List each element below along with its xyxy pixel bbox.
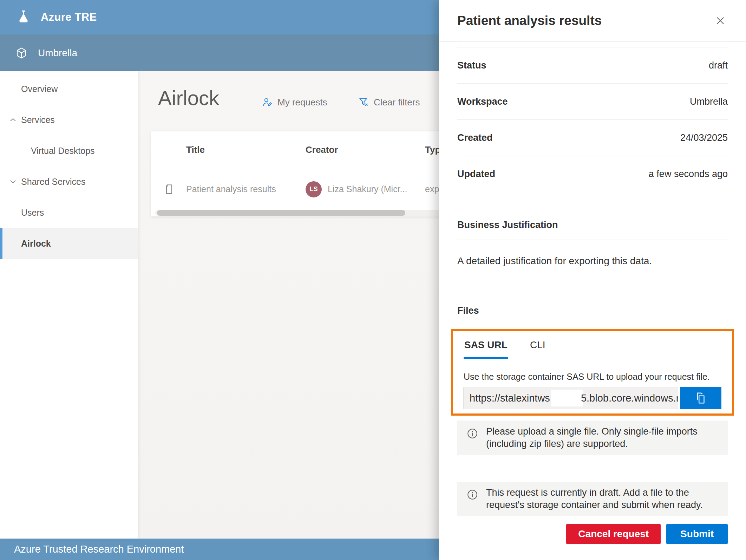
- field-label: Status: [457, 60, 486, 71]
- sas-url-instruction: Use the storage container SAS URL to upl…: [464, 372, 721, 382]
- updated-value: a few seconds ago: [649, 169, 728, 180]
- field-label: Created: [457, 132, 493, 143]
- sidebar-item-services[interactable]: Services: [0, 104, 138, 135]
- app-screen: Azure TRE Umbrella Overview Services Vir…: [0, 0, 746, 560]
- sidebar-item-overview[interactable]: Overview: [0, 73, 138, 104]
- tab-sas-url[interactable]: SAS URL: [464, 339, 508, 353]
- request-details-panel: Patient analysis results Status draft Wo…: [439, 0, 746, 560]
- cube-icon: [15, 46, 28, 60]
- panel-header: Patient analysis results: [439, 0, 746, 41]
- submit-button[interactable]: Submit: [666, 524, 728, 544]
- field-workspace: Workspace Umbrella: [457, 84, 728, 120]
- copy-icon: [694, 391, 707, 405]
- sidebar-item-label: Virtual Desktops: [31, 146, 95, 156]
- sidebar-item-users[interactable]: Users: [0, 197, 138, 228]
- person-edit-icon: [262, 97, 273, 108]
- redacted-region: [551, 390, 583, 406]
- status-value: draft: [709, 60, 728, 71]
- sidebar-item-shared-services[interactable]: Shared Services: [0, 166, 138, 197]
- chevron-down-icon[interactable]: [8, 177, 18, 186]
- field-status: Status draft: [457, 47, 728, 84]
- info-message-text: Please upload a single file. Only single…: [486, 425, 719, 450]
- creator-name: Liza Shakury (Micr...: [328, 184, 407, 194]
- scrollbar-thumb[interactable]: [157, 210, 405, 216]
- field-label: Updated: [457, 169, 495, 180]
- filter-clear-icon: [358, 97, 369, 108]
- sidebar-item-label: Overview: [21, 84, 58, 94]
- tab-cli[interactable]: CLI: [530, 339, 545, 353]
- column-header-creator[interactable]: Creator: [306, 144, 425, 155]
- field-created: Created 24/03/2025: [457, 120, 728, 156]
- field-updated: Updated a few seconds ago: [457, 156, 728, 192]
- clear-filters-label: Clear filters: [374, 97, 420, 108]
- clear-filters-button[interactable]: Clear filters: [358, 97, 420, 108]
- sidebar-item-label: Shared Services: [21, 177, 85, 187]
- sas-url-prefix: https://stalexintws: [470, 392, 550, 404]
- sidebar-divider: [0, 314, 138, 314]
- cancel-request-button[interactable]: Cancel request: [566, 524, 661, 544]
- info-message-upload: Please upload a single file. Only single…: [457, 421, 728, 455]
- copy-button[interactable]: [680, 387, 721, 409]
- flask-icon: [15, 9, 32, 25]
- sidebar-item-airlock[interactable]: Airlock: [0, 228, 138, 259]
- sidebar-item-virtual-desktops[interactable]: Virtual Desktops: [0, 135, 138, 166]
- info-icon: [466, 489, 478, 511]
- app-title: Azure TRE: [41, 11, 97, 24]
- sidebar-item-label: Users: [21, 208, 44, 218]
- sas-url-suffix: 5.blob.core.windows.net/0...: [581, 392, 678, 404]
- info-message-text: This request is currently in draft. Add …: [486, 487, 719, 511]
- business-justification-heading: Business Justification: [457, 220, 728, 230]
- info-icon: [466, 428, 478, 450]
- creator-cell: LS Liza Shakury (Micr...: [306, 181, 425, 197]
- sidebar-item-label: Airlock: [21, 239, 51, 249]
- files-tabs: SAS URL CLI: [464, 339, 721, 353]
- sidebar-nav: Overview Services Virtual Desktops Share…: [0, 71, 138, 539]
- request-fields: Status draft Workspace Umbrella Created …: [457, 47, 728, 192]
- field-label: Workspace: [457, 96, 508, 107]
- sidebar-item-label: Services: [21, 115, 55, 125]
- column-header-title[interactable]: Title: [186, 144, 306, 155]
- files-heading: Files: [457, 305, 728, 316]
- workspace-name: Umbrella: [38, 47, 77, 59]
- highlight-box: SAS URL CLI Use the storage container SA…: [451, 329, 734, 416]
- footer-label: Azure Trusted Research Environment: [14, 543, 184, 555]
- info-message-draft: This request is currently in draft. Add …: [457, 482, 728, 516]
- my-requests-button[interactable]: My requests: [262, 97, 327, 108]
- panel-title: Patient analysis results: [457, 13, 602, 28]
- business-justification-text: A detailed justification for exporting t…: [457, 255, 728, 267]
- workspace-value: Umbrella: [690, 96, 728, 107]
- my-requests-label: My requests: [277, 97, 327, 108]
- document-icon: [162, 183, 175, 196]
- avatar: LS: [306, 181, 322, 197]
- panel-actions: Cancel request Submit: [457, 524, 728, 544]
- request-title-cell: Patient analysis results: [186, 184, 306, 194]
- sas-url-row: https://stalexintws 5.blob.core.windows.…: [464, 387, 721, 409]
- page-title: Airlock: [158, 86, 219, 110]
- chevron-up-icon[interactable]: [8, 115, 18, 124]
- created-value: 24/03/2025: [680, 132, 728, 143]
- close-icon[interactable]: [713, 13, 728, 28]
- section-divider: [457, 240, 728, 240]
- sas-url-input[interactable]: https://stalexintws 5.blob.core.windows.…: [464, 387, 678, 409]
